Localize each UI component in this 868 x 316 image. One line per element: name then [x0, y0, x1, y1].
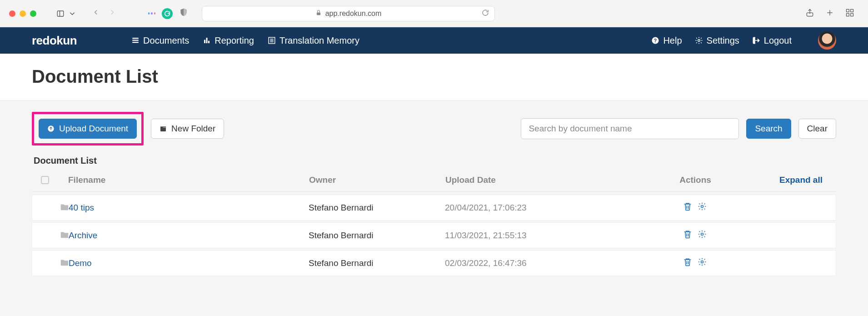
nav-documents-label: Documents [143, 35, 189, 46]
extension-group [148, 8, 188, 19]
nav-reporting-label: Reporting [215, 35, 254, 46]
search-button[interactable]: Search [746, 119, 791, 139]
row-actions [654, 257, 736, 269]
svg-text:?: ? [654, 38, 657, 43]
svg-rect-11 [132, 40, 139, 41]
app-navbar: redokun Documents Reporting Translation … [0, 27, 868, 54]
grammarly-icon[interactable] [162, 8, 173, 19]
traffic-lights [9, 10, 36, 17]
doclist-section-title: Document List [34, 155, 836, 166]
nav-arrows [92, 8, 116, 19]
browser-chrome: app.redokun.com [0, 0, 868, 27]
table-row: 40 tips Stefano Bernardi 20/04/2021, 17:… [32, 195, 836, 221]
page-header: Document List [0, 54, 868, 100]
svg-rect-10 [132, 38, 139, 39]
svg-rect-6 [847, 9, 849, 12]
svg-rect-7 [851, 9, 853, 12]
filename-link[interactable]: Archive [69, 231, 309, 241]
nav-help-label: Help [663, 35, 682, 46]
expand-all-link[interactable]: Expand all [736, 175, 827, 185]
clear-button[interactable]: Clear [798, 119, 836, 139]
svg-rect-13 [204, 40, 205, 44]
owner-cell: Stefano Bernardi [309, 231, 445, 241]
row-actions [654, 230, 736, 241]
svg-rect-8 [847, 13, 849, 16]
window-minimize-icon[interactable] [20, 10, 26, 17]
address-bar[interactable]: app.redokun.com [202, 6, 495, 21]
doc-table: Filename Owner Upload Date Actions Expan… [32, 169, 836, 276]
window-close-icon[interactable] [9, 10, 15, 17]
nav-settings[interactable]: Settings [695, 35, 739, 46]
row-actions [654, 202, 736, 213]
toolbar: Upload Document New Folder Search Clear [32, 112, 836, 145]
brand-logo[interactable]: redokun [32, 34, 77, 48]
reload-icon[interactable] [482, 9, 489, 18]
select-all-checkbox[interactable] [41, 176, 49, 184]
nav-forward-icon[interactable] [108, 8, 116, 19]
extension-dots-icon[interactable] [148, 10, 155, 17]
tabs-grid-icon[interactable] [845, 8, 854, 19]
upload-document-button[interactable]: Upload Document [39, 119, 137, 139]
gear-icon[interactable] [698, 230, 707, 241]
nav-items: Documents Reporting Translation Memory [131, 35, 359, 46]
svg-rect-0 [57, 11, 64, 16]
new-folder-label: New Folder [171, 124, 215, 134]
svg-point-31 [701, 233, 703, 236]
svg-rect-25 [160, 126, 166, 127]
avatar[interactable] [818, 31, 836, 50]
svg-point-28 [701, 206, 703, 208]
gear-icon[interactable] [698, 257, 707, 269]
privacy-shield-icon[interactable] [179, 8, 188, 19]
clear-button-label: Clear [807, 124, 828, 134]
share-icon[interactable] [805, 8, 814, 19]
table-row: Demo Stefano Bernardi 02/03/2022, 16:47:… [32, 250, 836, 276]
col-owner: Owner [309, 175, 445, 185]
svg-point-22 [698, 40, 700, 42]
search-button-label: Search [755, 124, 782, 134]
svg-rect-15 [208, 41, 210, 43]
upload-highlight: Upload Document [32, 112, 144, 145]
nav-documents[interactable]: Documents [131, 35, 189, 46]
address-url: app.redokun.com [325, 10, 382, 18]
svg-point-34 [701, 261, 703, 263]
delete-icon[interactable] [683, 202, 692, 213]
page-title: Document List [32, 66, 836, 87]
nav-logout[interactable]: Logout [752, 35, 792, 46]
upload-date-cell: 20/04/2021, 17:06:23 [445, 203, 654, 213]
filename-link[interactable]: Demo [69, 258, 309, 268]
upload-document-label: Upload Document [59, 124, 128, 134]
svg-rect-2 [317, 12, 320, 15]
delete-icon[interactable] [683, 230, 692, 241]
delete-icon[interactable] [683, 257, 692, 269]
upload-date-cell: 02/03/2022, 16:47:36 [445, 258, 654, 268]
filename-link[interactable]: 40 tips [69, 203, 309, 213]
svg-rect-14 [206, 38, 208, 43]
nav-right: ? Help Settings Logout [651, 31, 836, 50]
toolbar-area: Upload Document New Folder Search Clear … [0, 100, 868, 281]
nav-tm-label: Translation Memory [279, 35, 359, 46]
nav-back-icon[interactable] [92, 8, 100, 19]
owner-cell: Stefano Bernardi [309, 258, 445, 268]
nav-translation-memory[interactable]: Translation Memory [268, 35, 359, 46]
svg-rect-12 [132, 42, 139, 43]
upload-date-cell: 11/03/2021, 21:55:13 [445, 231, 654, 241]
doc-header: Filename Owner Upload Date Actions Expan… [32, 169, 836, 192]
chevron-down-icon[interactable] [66, 8, 78, 20]
nav-settings-label: Settings [707, 35, 739, 46]
nav-reporting[interactable]: Reporting [203, 35, 254, 46]
new-tab-icon[interactable] [825, 8, 834, 19]
chrome-right-controls [805, 8, 859, 19]
search-input[interactable] [521, 118, 739, 139]
col-upload-date: Upload Date [445, 175, 654, 185]
new-folder-button[interactable]: New Folder [151, 119, 224, 139]
sidebar-toggle-group [55, 8, 78, 20]
col-filename: Filename [68, 175, 309, 185]
table-row: Archive Stefano Bernardi 11/03/2021, 21:… [32, 222, 836, 248]
nav-logout-label: Logout [764, 35, 792, 46]
svg-rect-9 [851, 13, 853, 16]
owner-cell: Stefano Bernardi [309, 203, 445, 213]
gear-icon[interactable] [698, 202, 707, 213]
window-maximize-icon[interactable] [30, 10, 36, 17]
nav-help[interactable]: ? Help [651, 35, 682, 46]
sidebar-icon[interactable] [55, 8, 66, 20]
